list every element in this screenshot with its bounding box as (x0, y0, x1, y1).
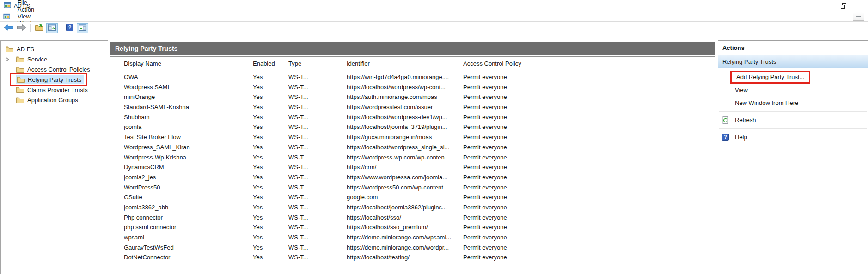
column-header-type[interactable]: Type (288, 57, 340, 71)
menu-view[interactable]: View (12, 13, 44, 20)
actions-pane-header: Actions (718, 41, 868, 55)
svg-text:?: ? (724, 134, 727, 140)
cell-type: WS-T... (288, 82, 340, 92)
tree-item-application-groups[interactable]: Application Groups (1, 95, 108, 105)
column-separator[interactable] (342, 60, 342, 68)
action-pane-icon (79, 24, 86, 32)
cell-access-control-policy: Permit everyone (463, 82, 548, 92)
cell-enabled: Yes (253, 153, 282, 163)
restore-button[interactable] (833, 0, 854, 11)
action-view[interactable]: View (718, 84, 868, 97)
forward-button[interactable] (16, 23, 27, 33)
cell-enabled: Yes (253, 232, 282, 243)
table-row-wordpress-saml-kiran[interactable]: Wordpress_SAML_KiranYesWS-T...https://lo… (110, 142, 715, 153)
cell-access-control-policy: Permit everyone (463, 202, 548, 213)
cell-identifier: https://crm/ (347, 162, 456, 172)
tree-item-label: AD FS (17, 46, 34, 53)
column-separator[interactable] (246, 60, 246, 68)
table-row-wordpress50[interactable]: WordPress50YesWS-T...https://wordpress50… (110, 183, 715, 193)
tree-item-label: Application Groups (27, 97, 78, 104)
show-console-tree-button[interactable] (46, 23, 58, 33)
titlebar: AD FS (0, 0, 868, 11)
cell-type: WS-T... (288, 232, 340, 243)
table-row-shubham[interactable]: ShubhamYesWS-T...https://localhost/wordp… (110, 112, 715, 122)
cell-enabled: Yes (253, 102, 282, 112)
table-row-dynamicscrm[interactable]: DynamicsCRMYesWS-T...https://crm/Permit … (110, 162, 715, 172)
cell-identifier: https://wordpresstest.com/issuer (347, 102, 456, 112)
actions-group-header[interactable]: Relying Party Trusts (718, 55, 868, 68)
column-separator[interactable] (549, 60, 549, 68)
chevron-right-icon[interactable] (3, 57, 16, 62)
cell-access-control-policy: Permit everyone (463, 192, 548, 202)
table-row-joomla3862-abh[interactable]: joomla3862_abhYesWS-T...https://localhos… (110, 202, 715, 213)
menu-action[interactable]: Action (12, 6, 44, 13)
action-new-window-from-here[interactable]: New Window from Here (718, 97, 868, 110)
table-row-dotnetconnector[interactable]: DotNetConnectorYesWS-T...https://localho… (110, 252, 715, 263)
table-row-php-connector[interactable]: Php connectorYesWS-T...https://localhost… (110, 213, 715, 223)
column-separator[interactable] (458, 60, 458, 68)
cell-display-name: joomla2_jes (124, 172, 246, 183)
cell-display-name: Wordpress_SAML_Kiran (124, 142, 246, 153)
table-row-gsuite[interactable]: GSuiteYesWS-T...google.comPermit everyon… (110, 192, 715, 202)
results-pane-title: Relying Party Trusts (110, 42, 715, 55)
table-row-wordpress-saml[interactable]: Wordpress SAMLYesWS-T...https://localhos… (110, 82, 715, 92)
action-refresh[interactable]: Refresh (718, 114, 868, 127)
back-button[interactable] (3, 23, 14, 33)
cell-type: WS-T... (288, 162, 340, 172)
actions-separator (719, 111, 867, 112)
column-header-enabled[interactable]: Enabled (253, 57, 282, 71)
table-row-joomla2-jes[interactable]: joomla2_jesYesWS-T...https://www.wordpre… (110, 172, 715, 183)
table-row-gauravtestwsfed[interactable]: GauravTestWsFedYesWS-T...https://demo.mi… (110, 243, 715, 253)
cell-identifier: https://auth.miniorange.com/moas (347, 92, 456, 102)
action-label: Add Relying Party Trust... (736, 73, 804, 80)
cell-identifier: https://localhost/joomla3862/plugins... (347, 202, 456, 213)
cell-type: WS-T... (288, 202, 340, 213)
minimize-button[interactable] (806, 0, 827, 11)
tree-item-relying-party-trusts[interactable]: Relying Party Trusts (1, 74, 108, 85)
console-window-minimize-button[interactable] (853, 12, 864, 21)
cell-type: WS-T... (288, 243, 340, 253)
cell-access-control-policy: Permit everyone (463, 142, 548, 153)
cell-type: WS-T... (288, 142, 340, 153)
cell-display-name: Php connector (124, 213, 246, 223)
table-row-standard-saml-krishna[interactable]: Standard-SAML-KrishnaYesWS-T...https://w… (110, 102, 715, 112)
tree-item-ad-fs[interactable]: AD FS (1, 44, 108, 54)
folder-icon (6, 46, 13, 52)
column-header-access-control-policy[interactable]: Access Control Policy (463, 57, 548, 71)
tree-item-service[interactable]: Service (1, 54, 108, 64)
cell-display-name: miniOrange (124, 92, 246, 102)
cell-enabled: Yes (253, 222, 282, 232)
cell-enabled: Yes (253, 122, 282, 132)
action-help[interactable]: ?Help (718, 131, 868, 144)
cell-identifier: https://localhost/joomla_3719/plugin... (347, 122, 456, 132)
action-add-relying-party-trust[interactable]: Add Relying Party Trust... (718, 71, 868, 84)
help-toolbar-button[interactable]: ? (64, 23, 75, 33)
table-row-php-saml-connector[interactable]: php saml connectorYesWS-T...https://loca… (110, 222, 715, 232)
table-row-wpsaml[interactable]: wpsamlYesWS-T...https://demo.miniorange.… (110, 232, 715, 243)
cell-type: WS-T... (288, 122, 340, 132)
column-header-identifier[interactable]: Identifier (347, 57, 456, 71)
console-app-icon (3, 13, 10, 20)
cell-access-control-policy: Permit everyone (463, 72, 548, 82)
cell-display-name: joomla3862_abh (124, 202, 246, 213)
column-separator[interactable] (284, 60, 284, 68)
menu-file[interactable]: File (12, 0, 44, 6)
table-row-miniorange[interactable]: miniOrangeYesWS-T...https://auth.miniora… (110, 92, 715, 102)
cell-enabled: Yes (253, 192, 282, 202)
cell-identifier: https://localhost/sso/ (347, 213, 456, 223)
table-row-wordpress-wp-krishna[interactable]: Wordpress-Wp-KrishnaYesWS-T...https://wo… (110, 153, 715, 163)
column-header-display-name[interactable]: Display Name (124, 57, 246, 71)
cell-display-name: WordPress50 (124, 183, 246, 193)
actions-pane-header-text: Actions (722, 44, 745, 51)
cell-identifier: https://win-fgd7d4a4ga0.miniorange.... (347, 72, 456, 82)
up-one-level-button[interactable] (33, 23, 45, 33)
cell-enabled: Yes (253, 243, 282, 253)
cell-enabled: Yes (253, 72, 282, 82)
cell-access-control-policy: Permit everyone (463, 222, 548, 232)
table-row-joomla[interactable]: joomlaYesWS-T...https://localhost/joomla… (110, 122, 715, 132)
cell-identifier: https://localhost/testing/ (347, 252, 456, 263)
table-row-test-site-broker-flow[interactable]: Test Site Broker FlowYesWS-T...https://g… (110, 132, 715, 142)
folder-icon (16, 87, 24, 93)
show-action-pane-button[interactable] (77, 23, 88, 33)
table-row-owa[interactable]: OWAYesWS-T...https://win-fgd7d4a4ga0.min… (110, 72, 715, 82)
